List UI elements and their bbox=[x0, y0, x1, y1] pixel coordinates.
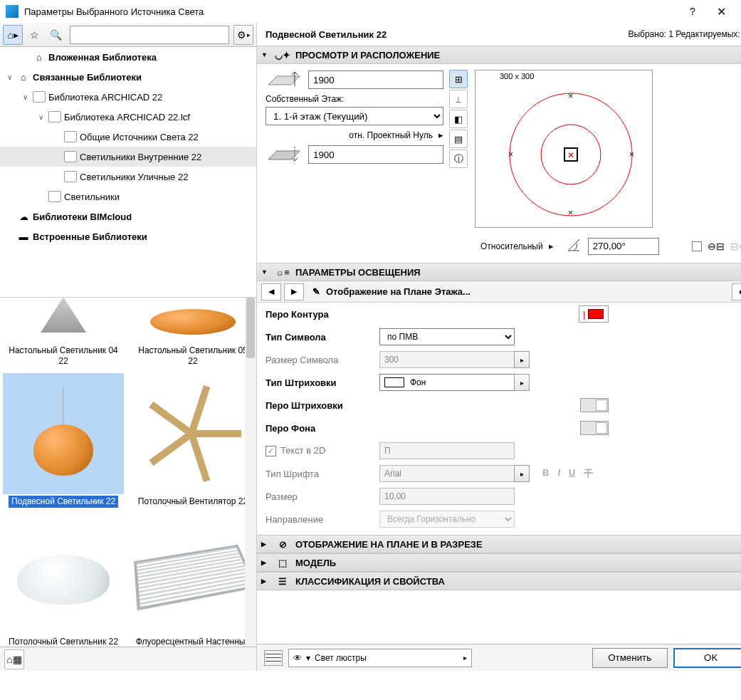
tree-row[interactable]: Светильники Уличные 22 bbox=[0, 167, 256, 187]
row-text-2d: ✓Текст в 2D П bbox=[257, 439, 741, 462]
thumb-visual bbox=[3, 301, 124, 343]
panel-model-title: МОДЕЛЬ bbox=[295, 558, 336, 568]
search-input[interactable] bbox=[70, 26, 229, 44]
view-plan-icon[interactable]: ⊞ bbox=[449, 70, 468, 88]
height-bottom-input[interactable] bbox=[308, 145, 443, 164]
font-type-menu[interactable]: ▸ bbox=[514, 465, 530, 482]
own-floor-label: Собственный Этаж: bbox=[266, 94, 443, 104]
nav-next-button[interactable]: ▶ bbox=[284, 283, 304, 301]
thumb-item[interactable]: Потолочный Вентилятор 22 bbox=[132, 373, 253, 508]
underline-button[interactable]: U bbox=[569, 467, 575, 480]
layer-selector[interactable]: 👁 ▾ Свет люстры ▸ bbox=[288, 649, 472, 667]
panel-lighting-title: ПАРАМЕТРЫ ОСВЕЩЕНИЯ bbox=[295, 267, 421, 278]
thumb-item[interactable]: Потолочный Светильник 22 bbox=[3, 513, 124, 647]
thumb-caption: Настольный Светильник 05 22 bbox=[132, 345, 253, 367]
nav-prev-button[interactable]: ◀ bbox=[261, 283, 281, 301]
ok-button[interactable]: OK bbox=[673, 648, 741, 668]
thumb-visual bbox=[132, 513, 253, 634]
text2d-checkbox[interactable]: ✓ bbox=[266, 446, 276, 456]
tree-row[interactable]: ∨Библиотека ARCHICAD 22.lcf bbox=[0, 107, 256, 127]
tree-label: Библиотеки BIMcloud bbox=[33, 211, 132, 222]
svg-text:×: × bbox=[568, 91, 573, 101]
search-button[interactable]: 🔍 bbox=[46, 25, 65, 45]
preview-canvas[interactable]: 300 x 300 × × × × ✕ bbox=[475, 70, 653, 228]
row-hatch-type: Тип Штриховки Фон ▸ bbox=[257, 371, 741, 394]
panel-preview-header[interactable]: ▼ ◡✦ ПРОСМОТР И РАСПОЛОЖЕНИЕ bbox=[257, 46, 741, 64]
project-zero-menu[interactable]: ▸ bbox=[438, 130, 443, 140]
preview-mode-icons: ⊞ ⟂ ◧ ▤ ⓘ bbox=[449, 70, 469, 228]
info-icon[interactable]: ⓘ bbox=[449, 150, 468, 168]
thumbnail-grid[interactable]: Настольный Светильник 04 22Настольный Св… bbox=[0, 298, 256, 647]
classification-icon: ☰ bbox=[275, 575, 290, 587]
favorites-button[interactable]: ☆ bbox=[24, 25, 44, 45]
view-front-icon[interactable]: ▤ bbox=[449, 130, 468, 148]
view-side-icon[interactable]: ◧ bbox=[449, 110, 468, 128]
row-symbol-type: Тип Символа по ПМВ bbox=[257, 325, 741, 348]
hatch-type-field[interactable]: Фон bbox=[379, 374, 515, 391]
thumb-item[interactable]: Настольный Светильник 04 22 bbox=[3, 301, 124, 367]
app-icon bbox=[6, 5, 19, 18]
tree-twisty[interactable]: ∨ bbox=[20, 93, 30, 101]
row-hatch-pen: Перо Штриховки bbox=[257, 394, 741, 417]
thumb-item[interactable]: Подвесной Светильник 22 bbox=[3, 373, 124, 508]
view-3d-icon[interactable]: ⟂ bbox=[449, 90, 468, 108]
nav-expand-button[interactable]: ▸ bbox=[732, 283, 741, 301]
thumb-item[interactable]: Флуоресцентный Настенный Светильник 22 bbox=[132, 513, 253, 647]
panel-lighting-header[interactable]: ▼ ☼≡ ПАРАМЕТРЫ ОСВЕЩЕНИЯ bbox=[257, 263, 741, 281]
height-top-input[interactable] bbox=[308, 70, 443, 89]
panel-plan-section-header[interactable]: ▶ ⊘ ОТОБРАЖЕНИЕ НА ПЛАНЕ И В РАЗРЕЗЕ bbox=[257, 535, 741, 553]
symbol-type-select[interactable]: по ПМВ bbox=[379, 328, 515, 345]
tree-row[interactable]: ∨Библиотека ARCHICAD 22 bbox=[0, 87, 256, 107]
tree-row[interactable]: ▬Встроенные Библиотеки bbox=[0, 226, 256, 246]
thumb-item[interactable]: Настольный Светильник 05 22 bbox=[132, 301, 253, 367]
panel-model-header[interactable]: ▶ ⬚ МОДЕЛЬ bbox=[257, 553, 741, 572]
hatch-pen-toggle[interactable] bbox=[580, 398, 609, 412]
italic-button[interactable]: I bbox=[557, 467, 560, 480]
tree-row[interactable]: ⌂Вложенная Библиотека bbox=[0, 47, 256, 67]
thumb-visual bbox=[3, 513, 124, 634]
settings-button[interactable]: ⚙▸ bbox=[233, 25, 253, 45]
folder-icon bbox=[64, 131, 77, 142]
surface-icon[interactable] bbox=[264, 650, 283, 666]
tree-twisty[interactable]: ∨ bbox=[36, 113, 46, 121]
angle-input[interactable] bbox=[588, 238, 659, 255]
thumb-scrollbar[interactable] bbox=[245, 298, 256, 647]
row-bg-pen: Перо Фона bbox=[257, 417, 741, 439]
tree-twisty[interactable]: ∨ bbox=[4, 73, 14, 81]
relative-menu[interactable]: ▸ bbox=[549, 241, 554, 251]
cancel-button[interactable]: Отменить bbox=[592, 648, 668, 668]
preview-body: Собственный Этаж: 1. 1-й этаж (Текущий) … bbox=[257, 64, 741, 234]
mirror-checkbox[interactable] bbox=[692, 241, 702, 251]
font-type-label: Тип Шрифта bbox=[266, 469, 379, 479]
left-footer: ⌂▦ bbox=[0, 647, 256, 671]
library-manager-button[interactable]: ⌂▦ bbox=[4, 649, 24, 669]
bg-pen-toggle[interactable] bbox=[580, 421, 609, 435]
tree-row[interactable]: Светильники bbox=[0, 187, 256, 207]
strike-button[interactable]: 干 bbox=[584, 467, 593, 480]
close-button[interactable]: ✕ bbox=[707, 5, 735, 19]
folder-icon bbox=[48, 111, 61, 122]
svg-text:×: × bbox=[568, 208, 573, 218]
link-icon-1[interactable]: ⊖⊟ bbox=[708, 241, 725, 252]
tree-row[interactable]: Светильники Внутренние 22 bbox=[0, 147, 256, 167]
right-footer: 👁 ▾ Свет люстры ▸ Отменить OK bbox=[257, 644, 741, 671]
library-tree[interactable]: ⌂Вложенная Библиотека∨⌂Связанные Библиот… bbox=[0, 47, 256, 298]
tree-row[interactable]: Общие Источники Света 22 bbox=[0, 127, 256, 147]
tree-row[interactable]: ☁Библиотеки BIMcloud bbox=[0, 207, 256, 226]
lighting-icon: ☼≡ bbox=[275, 266, 290, 278]
thumb-caption: Флуоресцентный Настенный Светильник 22 bbox=[132, 636, 253, 647]
panel-classification-header[interactable]: ▶ ☰ КЛАССИФИКАЦИЯ И СВОЙСТВА bbox=[257, 572, 741, 590]
bold-button[interactable]: B bbox=[542, 467, 549, 480]
pen-outline-chip[interactable]: | bbox=[579, 305, 609, 323]
format-buttons: B I U 干 bbox=[542, 467, 593, 480]
own-floor-select[interactable]: 1. 1-й этаж (Текущий) bbox=[266, 107, 443, 125]
link-icon-2[interactable]: ⊟⊖ bbox=[730, 241, 741, 252]
hatch-type-menu[interactable]: ▸ bbox=[514, 374, 530, 391]
help-button[interactable]: ? bbox=[678, 6, 707, 17]
layer-dash: ▾ bbox=[306, 653, 310, 663]
thumb-visual bbox=[132, 373, 253, 494]
symbol-size-menu[interactable]: ▸ bbox=[514, 351, 530, 368]
tree-row[interactable]: ∨⌂Связанные Библиотеки bbox=[0, 67, 256, 87]
home-view-button[interactable]: ⌂▸ bbox=[3, 25, 23, 45]
row-direction: Направление Всегда Горизонтально bbox=[257, 508, 741, 531]
